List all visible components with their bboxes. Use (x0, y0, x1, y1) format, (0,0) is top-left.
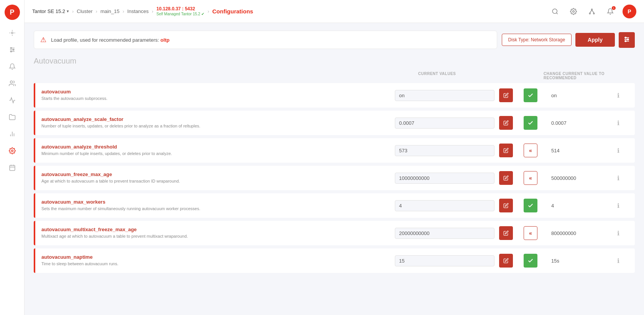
breadcrumb-cluster[interactable]: Cluster (77, 8, 92, 14)
app-logo[interactable]: P (5, 5, 20, 20)
svg-point-18 (573, 10, 575, 12)
sidebar-item-activity[interactable] (5, 93, 19, 107)
apply-button[interactable]: Apply (575, 33, 615, 47)
filter-button[interactable] (619, 32, 635, 48)
managed-check-icon: ✔ (201, 12, 204, 16)
info-icon[interactable]: ℹ (617, 202, 629, 209)
config-name[interactable]: autovacuum_analyze_threshold (41, 144, 390, 150)
sidebar-item-folder[interactable] (5, 110, 19, 124)
config-name[interactable]: autovacuum_freeze_max_age (41, 171, 390, 177)
config-info: autovacuum_naptime Time to sleep between… (41, 254, 390, 267)
breadcrumb: Tantor SE 15.2 ▾ › Cluster › main_15 › I… (32, 6, 253, 16)
table-row: autovacuum Starts the autovacuum subproc… (34, 83, 635, 108)
config-info: autovacuum Starts the autovacuum subproc… (41, 89, 390, 101)
breadcrumb-instances[interactable]: Instances (127, 8, 149, 14)
edit-button[interactable] (499, 171, 513, 185)
top-navigation: Tantor SE 15.2 ▾ › Cluster › main_15 › I… (25, 0, 644, 23)
svg-point-20 (589, 13, 590, 14)
svg-point-29 (625, 41, 626, 42)
sidebar-item-tune[interactable] (5, 43, 19, 57)
instance-managed: Self Managed Tantor 15.2 ✔ (156, 12, 204, 16)
breadcrumb-tantor[interactable]: Tantor SE 15.2 ▾ (32, 8, 69, 14)
current-value-input[interactable] (395, 145, 495, 156)
breadcrumb-sep-2: › (96, 8, 97, 14)
edit-button[interactable] (499, 199, 513, 212)
svg-rect-12 (10, 165, 15, 171)
svg-point-7 (10, 81, 12, 83)
edit-button[interactable] (499, 254, 513, 268)
svg-point-11 (11, 150, 13, 152)
config-info: autovacuum_analyze_scale_factor Number o… (41, 116, 390, 129)
current-value-input[interactable] (395, 90, 495, 101)
svg-line-17 (556, 13, 557, 14)
notification-icon[interactable]: 1 (604, 5, 616, 18)
svg-point-28 (628, 39, 629, 40)
breadcrumb-sep-1: › (72, 8, 74, 14)
sidebar-item-home[interactable] (5, 26, 19, 40)
current-value-input[interactable] (395, 228, 495, 239)
info-icon[interactable]: ℹ (617, 92, 629, 99)
table-row: autovacuum_analyze_scale_factor Number o… (34, 111, 635, 135)
sidebar-item-chart[interactable] (5, 127, 19, 141)
svg-point-21 (593, 13, 595, 14)
config-name[interactable]: autovacuum_analyze_scale_factor (41, 116, 390, 122)
warning-icon: ⚠ (40, 36, 46, 44)
edit-button[interactable] (499, 116, 513, 130)
edit-button[interactable] (499, 88, 513, 102)
current-value-input[interactable] (395, 118, 495, 129)
info-icon[interactable]: ℹ (617, 230, 629, 237)
breadcrumb-tantor-label: Tantor SE 15.2 (32, 8, 65, 14)
change-to-recommended-button[interactable] (524, 254, 537, 268)
config-name[interactable]: autovacuum_max_workers (41, 199, 390, 205)
alert-link[interactable]: oltp (160, 37, 169, 43)
sidebar-item-alerts[interactable] (5, 60, 19, 73)
notification-badge: 1 (612, 6, 616, 10)
recommended-value: on (551, 93, 613, 98)
tantor-dropdown-icon[interactable]: ▾ (67, 9, 69, 14)
gear-icon[interactable] (567, 5, 580, 18)
toolbar-right: Disk Type: Network Storage Apply (502, 32, 635, 48)
recommended-value: 800000000 (551, 230, 613, 236)
change-to-recommended-button[interactable] (524, 199, 537, 212)
current-value-input[interactable] (395, 200, 495, 211)
config-info: autovacuum_analyze_threshold Minimum num… (41, 144, 390, 157)
info-icon[interactable]: ℹ (617, 175, 629, 182)
svg-point-5 (13, 49, 14, 51)
change-to-recommended-button[interactable]: « (524, 171, 537, 185)
current-value-input[interactable] (395, 255, 495, 266)
info-icon[interactable]: ℹ (617, 257, 629, 264)
column-headers: CURRENT VALUES CHANGE CURRENT VALUE TO R… (34, 72, 635, 83)
sidebar-item-users[interactable] (5, 77, 19, 90)
main-content: Tantor SE 15.2 ▾ › Cluster › main_15 › I… (25, 0, 644, 315)
current-value-input[interactable] (395, 173, 495, 184)
change-to-recommended-button[interactable] (524, 88, 537, 102)
search-icon[interactable] (549, 5, 561, 18)
change-to-recommended-button[interactable] (524, 116, 537, 130)
svg-line-22 (590, 10, 592, 13)
breadcrumb-main15[interactable]: main_15 (100, 8, 120, 14)
table-row: autovacuum_freeze_max_age Age at which t… (34, 166, 635, 190)
change-to-recommended-button[interactable]: « (524, 144, 537, 157)
change-to-recommended-button[interactable]: « (524, 226, 537, 240)
user-avatar[interactable]: P (623, 5, 636, 18)
config-desc: Time to sleep between autovacuum runs. (41, 261, 390, 267)
table-row: autovacuum_analyze_threshold Minimum num… (34, 138, 635, 163)
disk-type-button[interactable]: Disk Type: Network Storage (502, 34, 572, 46)
info-icon[interactable]: ℹ (617, 119, 629, 127)
edit-button[interactable] (499, 226, 513, 240)
network-icon[interactable] (586, 5, 598, 18)
breadcrumb-instance[interactable]: 10.128.0.37 : 5432 Self Managed Tantor 1… (156, 6, 204, 16)
config-name[interactable]: autovacuum_multixact_freeze_max_age (41, 227, 390, 232)
config-info: autovacuum_max_workers Sets the maximum … (41, 199, 390, 212)
svg-point-27 (625, 37, 626, 38)
config-name[interactable]: autovacuum (41, 89, 390, 95)
sidebar-item-config[interactable] (5, 144, 19, 158)
config-name[interactable]: autovacuum_naptime (41, 254, 390, 260)
table-row: autovacuum_naptime Time to sleep between… (34, 248, 635, 273)
sidebar-item-list[interactable] (5, 161, 19, 175)
info-icon[interactable]: ℹ (617, 147, 629, 154)
edit-button[interactable] (499, 144, 513, 157)
alert-banner: ⚠ Load profile, used for recommended par… (34, 31, 497, 49)
config-desc: Minimum number of tuple inserts, updates… (41, 151, 390, 157)
recommended-value: 0.0007 (551, 120, 613, 126)
